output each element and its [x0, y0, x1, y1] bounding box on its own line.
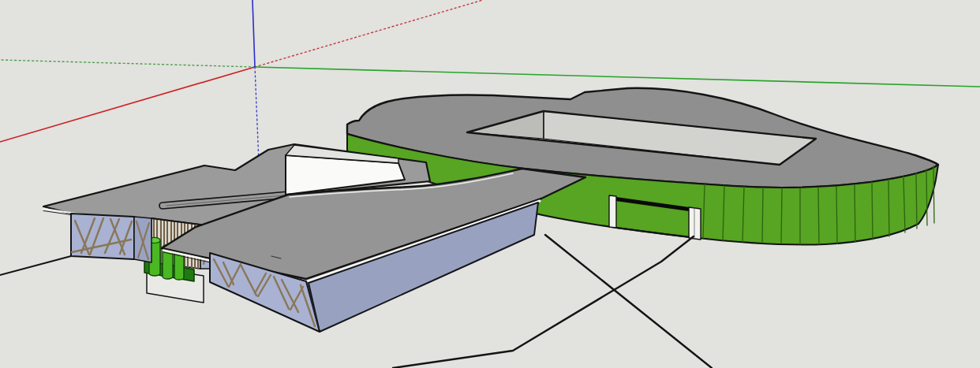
- stadium-door-left-jamb: [609, 195, 616, 228]
- 3d-viewport[interactable]: [0, 0, 980, 368]
- viewport-canvas[interactable]: [0, 0, 980, 368]
- stadium-door-right-jamb: [689, 207, 701, 240]
